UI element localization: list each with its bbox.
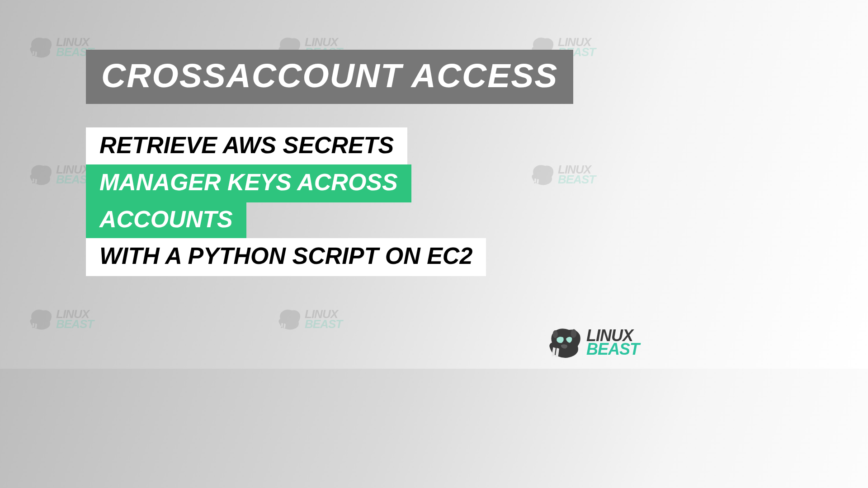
content-block: CROSSACCOUNT ACCESS RETRIEVE AWS SECRETS… — [86, 50, 573, 276]
svg-point-0 — [571, 329, 577, 338]
line-2: MANAGER KEYS ACROSS — [86, 164, 411, 202]
slide-title: CROSSACCOUNT ACCESS — [86, 50, 573, 104]
line-4: WITH A PYTHON SCRIPT ON EC2 — [86, 238, 486, 276]
watermark-logo: LINUXBEAST — [27, 163, 94, 186]
line-3: ACCOUNTS — [86, 202, 246, 239]
beast-mascot-icon — [546, 326, 584, 359]
watermark-logo: LINUXBEAST — [27, 35, 94, 59]
brand-logo: LINUX BEAST — [546, 326, 639, 359]
watermark-text: LINUXBEAST — [305, 309, 342, 329]
watermark-logo: LINUXBEAST — [276, 307, 342, 331]
svg-point-1 — [553, 330, 558, 338]
brand-text: LINUX BEAST — [586, 329, 639, 356]
watermark-text: LINUXBEAST — [56, 309, 94, 329]
line-1: RETRIEVE AWS SECRETS — [86, 127, 407, 165]
watermark-logo: LINUXBEAST — [27, 307, 94, 331]
